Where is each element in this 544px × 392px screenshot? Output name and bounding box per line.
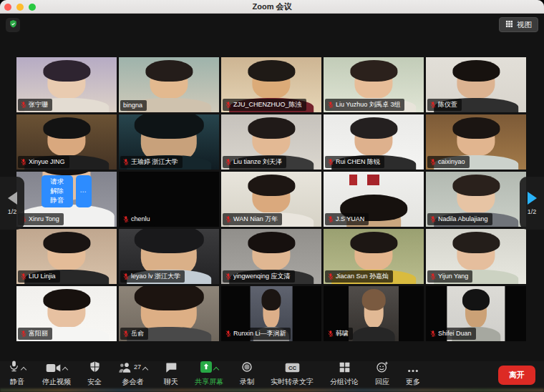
participants-button[interactable]: 27参会者 <box>118 363 147 387</box>
muted-mic-icon <box>123 273 129 280</box>
video-tile[interactable]: Shifei Duan <box>426 286 526 341</box>
participant-name: caixinyao <box>438 159 465 165</box>
participant-name: yingwenqing 应文清 <box>233 273 291 280</box>
video-tile[interactable]: LIU Linjia <box>16 229 117 284</box>
chevron-up-icon[interactable] <box>62 366 68 372</box>
chevron-up-icon[interactable] <box>213 366 218 372</box>
participant-name: WAN Nian 万年 <box>233 216 278 222</box>
zoom-window-button[interactable] <box>29 4 36 11</box>
video-tile[interactable]: Liu tianze 刘天泽 <box>221 114 321 170</box>
video-tile[interactable]: Liu Yuzhuo 刘禹卓 3组 <box>324 57 424 112</box>
name-label: Liu Yuzhuo 刘禹卓 3组 <box>325 99 404 111</box>
video-tile[interactable]: Yijun Yang <box>426 229 526 284</box>
video-tile[interactable]: 王瑜婷 浙江大学 <box>119 114 219 170</box>
share-screen-button[interactable]: 共享屏幕 <box>195 363 223 387</box>
person-silhouette <box>349 286 399 341</box>
video-tile[interactable]: chenlu <box>119 172 219 227</box>
view-button[interactable]: 视图 <box>499 17 538 32</box>
mute-button[interactable]: 静音 <box>9 363 26 387</box>
video-tile[interactable]: caixinyao <box>426 114 526 170</box>
video-tile[interactable]: 韩啸 <box>324 286 424 341</box>
breakout-rooms-button[interactable]: 分组讨论 <box>330 363 359 387</box>
video-tile[interactable]: Nadila Abulajiang <box>426 172 526 227</box>
more-options-button[interactable]: ⋯ <box>76 175 92 207</box>
video-tile[interactable]: leyao lv 浙江大学 <box>119 229 219 284</box>
video-tile[interactable]: Rui CHEN 陈锐 <box>324 114 424 170</box>
live-transcript-button[interactable]: CC实时转录文字 <box>271 363 314 387</box>
minimize-window-button[interactable] <box>16 4 24 11</box>
leave-button[interactable]: 离开 <box>498 366 535 385</box>
record-button[interactable]: 录制 <box>240 363 254 387</box>
window-title: Zoom 会议 <box>253 1 292 12</box>
video-tile[interactable]: 陈仪萱 <box>426 57 526 112</box>
name-label: WAN Nian 万年 <box>223 213 282 225</box>
reactions-button[interactable]: 回应 <box>375 363 389 387</box>
participant-name: 岳俞 <box>131 330 144 337</box>
next-page-button[interactable]: 1/2 <box>520 177 544 230</box>
video-tile[interactable]: Runxin Li—李润新 <box>221 286 321 341</box>
muted-mic-icon <box>225 273 231 280</box>
participants-count-badge: 27 <box>134 363 141 371</box>
ask-to-unmute-button[interactable]: 请求解除静音 <box>42 175 73 207</box>
participants-icon <box>118 362 132 376</box>
participant-name: Nadila Abulajiang <box>438 216 488 222</box>
close-window-button[interactable] <box>4 4 11 11</box>
desktop-strip <box>0 388 544 392</box>
muted-mic-icon <box>123 158 129 166</box>
stop-video-icon <box>46 363 61 376</box>
participant-name: Liu tianze 刘天泽 <box>233 159 282 165</box>
chat-button[interactable]: 聊天 <box>164 363 178 387</box>
live-transcript-icon: CC <box>285 363 300 376</box>
video-tile[interactable]: 张宁珊 <box>16 57 117 112</box>
muted-mic-icon <box>225 158 231 166</box>
video-tile[interactable]: Xinyue JING <box>16 114 117 170</box>
name-label: caixinyao <box>427 156 470 168</box>
share-screen-label: 共享屏幕 <box>195 377 223 387</box>
breakout-rooms-icon <box>339 362 350 376</box>
more-icon <box>407 363 419 376</box>
chevron-up-icon[interactable] <box>142 366 148 372</box>
security-button[interactable]: 安全 <box>87 363 102 387</box>
video-tile[interactable]: Jiacan Sun 孙嘉灿 <box>324 229 424 284</box>
mute-label: 静音 <box>10 377 24 387</box>
security-badge[interactable] <box>6 18 20 32</box>
participant-name: ZJU_CHENZHUO_陈浊 <box>233 102 302 108</box>
muted-mic-icon <box>430 215 436 223</box>
video-tile[interactable]: J.S YUAN <box>324 172 424 227</box>
name-label: LIU Linjia <box>18 270 60 283</box>
participant-name: Shifei Duan <box>438 330 472 337</box>
video-tile[interactable]: 富阳丽 <box>16 286 117 341</box>
name-label: Shifei Duan <box>427 328 476 340</box>
name-label: Xinyue JING <box>18 156 69 168</box>
page-indicator: 1/2 <box>8 208 17 215</box>
name-label: Xinru Tong <box>18 213 64 225</box>
breakout-rooms-label: 分组讨论 <box>330 377 359 387</box>
titlebar: Zoom 会议 <box>0 0 544 14</box>
participants-label: 参会者 <box>122 377 144 387</box>
video-tile[interactable]: yingwenqing 应文清 <box>221 229 321 284</box>
name-label: 陈仪萱 <box>427 99 462 111</box>
grid-view-icon <box>505 20 513 29</box>
video-tile[interactable]: 岳俞 <box>119 286 219 341</box>
participant-name: leyao lv 浙江大学 <box>131 273 180 280</box>
stop-video-button[interactable]: 停止视频 <box>42 363 71 387</box>
video-tile[interactable]: WAN Nian 万年 <box>221 172 321 227</box>
muted-mic-icon <box>328 330 334 338</box>
muted-mic-icon <box>328 101 334 109</box>
previous-page-button[interactable]: 1/2 <box>0 177 24 230</box>
muted-mic-icon <box>430 101 436 109</box>
name-label: Nadila Abulajiang <box>427 213 492 225</box>
chevron-up-icon[interactable] <box>21 366 26 372</box>
name-label: 富阳丽 <box>18 328 52 340</box>
video-tile[interactable]: ZJU_CHENZHUO_陈浊 <box>221 57 321 112</box>
video-tile[interactable]: 请求解除静音⋯Xinru Tong <box>16 172 117 227</box>
participant-name: bingna <box>123 102 142 109</box>
muted-mic-icon <box>21 101 26 109</box>
participant-name: 王瑜婷 浙江大学 <box>131 159 178 165</box>
more-button[interactable]: 更多 <box>406 363 420 387</box>
muted-mic-icon <box>123 215 129 223</box>
name-label: yingwenqing 应文清 <box>223 270 295 283</box>
video-tile[interactable]: bingna <box>119 57 219 112</box>
name-label: 岳俞 <box>120 328 148 340</box>
name-label: 韩啸 <box>325 328 353 340</box>
